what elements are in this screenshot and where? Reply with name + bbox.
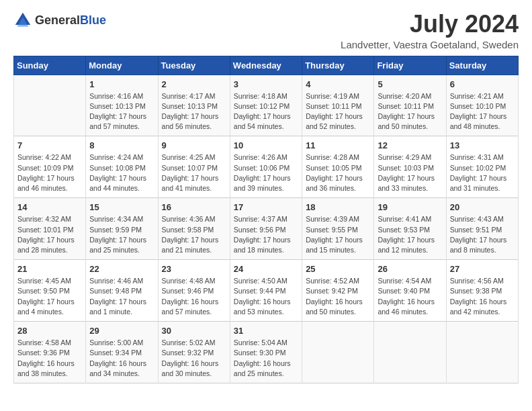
calendar-cell: 17Sunrise: 4:37 AM Sunset: 9:56 PM Dayli…	[230, 198, 302, 260]
calendar-cell: 30Sunrise: 5:02 AM Sunset: 9:32 PM Dayli…	[158, 322, 230, 383]
day-number: 5	[378, 79, 442, 89]
day-number: 31	[234, 326, 298, 336]
calendar-cell: 7Sunrise: 4:22 AM Sunset: 10:09 PM Dayli…	[14, 136, 86, 198]
logo-general: General	[35, 13, 80, 27]
day-number: 24	[234, 264, 298, 274]
day-info: Sunrise: 4:56 AM Sunset: 9:38 PM Dayligh…	[450, 276, 515, 317]
day-number: 15	[89, 202, 154, 212]
calendar-cell: 20Sunrise: 4:43 AM Sunset: 9:51 PM Dayli…	[446, 198, 518, 260]
calendar-cell: 1Sunrise: 4:16 AM Sunset: 10:13 PM Dayli…	[86, 75, 158, 136]
calendar-cell: 19Sunrise: 4:41 AM Sunset: 9:53 PM Dayli…	[374, 198, 446, 260]
day-number: 25	[306, 264, 370, 274]
calendar-cell: 2Sunrise: 4:17 AM Sunset: 10:13 PM Dayli…	[158, 75, 230, 136]
day-info: Sunrise: 4:46 AM Sunset: 9:48 PM Dayligh…	[89, 276, 154, 317]
calendar-cell: 18Sunrise: 4:39 AM Sunset: 9:55 PM Dayli…	[302, 198, 374, 260]
calendar-cell	[14, 75, 86, 136]
day-number: 29	[89, 326, 154, 336]
calendar-cell: 5Sunrise: 4:20 AM Sunset: 10:11 PM Dayli…	[374, 75, 446, 136]
day-info: Sunrise: 4:18 AM Sunset: 10:12 PM Daylig…	[234, 91, 298, 132]
day-info: Sunrise: 4:22 AM Sunset: 10:09 PM Daylig…	[17, 152, 82, 193]
logo-icon	[13, 11, 32, 30]
calendar-cell: 23Sunrise: 4:48 AM Sunset: 9:46 PM Dayli…	[158, 260, 230, 322]
day-number: 28	[17, 326, 82, 336]
calendar-cell: 3Sunrise: 4:18 AM Sunset: 10:12 PM Dayli…	[230, 75, 302, 136]
calendar-cell: 10Sunrise: 4:26 AM Sunset: 10:06 PM Dayl…	[230, 136, 302, 198]
calendar-cell: 16Sunrise: 4:36 AM Sunset: 9:58 PM Dayli…	[158, 198, 230, 260]
logo-blue: Blue	[80, 13, 106, 27]
calendar-cell: 24Sunrise: 4:50 AM Sunset: 9:44 PM Dayli…	[230, 260, 302, 322]
day-info: Sunrise: 4:32 AM Sunset: 10:01 PM Daylig…	[17, 214, 82, 255]
day-info: Sunrise: 4:26 AM Sunset: 10:06 PM Daylig…	[234, 152, 298, 193]
week-row-4: 21Sunrise: 4:45 AM Sunset: 9:50 PM Dayli…	[14, 260, 519, 322]
day-number: 12	[378, 140, 442, 150]
header-monday: Monday	[86, 56, 158, 75]
calendar-cell: 25Sunrise: 4:52 AM Sunset: 9:42 PM Dayli…	[302, 260, 374, 322]
day-info: Sunrise: 4:34 AM Sunset: 9:59 PM Dayligh…	[89, 214, 154, 255]
day-info: Sunrise: 4:24 AM Sunset: 10:08 PM Daylig…	[89, 152, 154, 193]
logo: GeneralBlue	[13, 11, 106, 30]
day-number: 8	[89, 140, 154, 150]
calendar-cell: 21Sunrise: 4:45 AM Sunset: 9:50 PM Dayli…	[14, 260, 86, 322]
day-number: 23	[162, 264, 226, 274]
calendar-cell: 9Sunrise: 4:25 AM Sunset: 10:07 PM Dayli…	[158, 136, 230, 198]
day-info: Sunrise: 4:25 AM Sunset: 10:07 PM Daylig…	[162, 152, 226, 193]
day-number: 19	[378, 202, 442, 212]
day-number: 10	[234, 140, 298, 150]
day-number: 20	[450, 202, 515, 212]
day-info: Sunrise: 4:19 AM Sunset: 10:11 PM Daylig…	[306, 91, 370, 132]
day-number: 4	[306, 79, 370, 89]
day-number: 17	[234, 202, 298, 212]
day-number: 16	[162, 202, 226, 212]
week-row-2: 7Sunrise: 4:22 AM Sunset: 10:09 PM Dayli…	[14, 136, 519, 198]
day-number: 9	[162, 140, 226, 150]
day-info: Sunrise: 4:48 AM Sunset: 9:46 PM Dayligh…	[162, 276, 226, 317]
header-tuesday: Tuesday	[158, 56, 230, 75]
day-info: Sunrise: 5:00 AM Sunset: 9:34 PM Dayligh…	[89, 338, 154, 379]
calendar-title: July 2024	[341, 11, 519, 38]
day-number: 27	[450, 264, 515, 274]
calendar-cell	[374, 322, 446, 383]
calendar-cell: 4Sunrise: 4:19 AM Sunset: 10:11 PM Dayli…	[302, 75, 374, 136]
calendar-cell: 14Sunrise: 4:32 AM Sunset: 10:01 PM Dayl…	[14, 198, 86, 260]
day-number: 14	[17, 202, 82, 212]
week-row-5: 28Sunrise: 4:58 AM Sunset: 9:36 PM Dayli…	[14, 322, 519, 383]
day-info: Sunrise: 4:28 AM Sunset: 10:05 PM Daylig…	[306, 152, 370, 193]
day-info: Sunrise: 4:41 AM Sunset: 9:53 PM Dayligh…	[378, 214, 442, 255]
calendar-cell: 26Sunrise: 4:54 AM Sunset: 9:40 PM Dayli…	[374, 260, 446, 322]
calendar-table: SundayMondayTuesdayWednesdayThursdayFrid…	[13, 56, 519, 383]
page-header: GeneralBlue July 2024 Landvetter, Vaestr…	[13, 11, 519, 50]
day-info: Sunrise: 4:17 AM Sunset: 10:13 PM Daylig…	[162, 91, 226, 132]
day-info: Sunrise: 4:52 AM Sunset: 9:42 PM Dayligh…	[306, 276, 370, 317]
day-number: 2	[162, 79, 226, 89]
day-info: Sunrise: 4:36 AM Sunset: 9:58 PM Dayligh…	[162, 214, 226, 255]
header-saturday: Saturday	[446, 56, 518, 75]
header-wednesday: Wednesday	[230, 56, 302, 75]
calendar-cell: 13Sunrise: 4:31 AM Sunset: 10:02 PM Dayl…	[446, 136, 518, 198]
day-number: 7	[17, 140, 82, 150]
header-friday: Friday	[374, 56, 446, 75]
title-area: July 2024 Landvetter, Vaestra Goetaland,…	[341, 11, 519, 50]
calendar-cell	[446, 322, 518, 383]
header-sunday: Sunday	[14, 56, 86, 75]
day-info: Sunrise: 4:29 AM Sunset: 10:03 PM Daylig…	[378, 152, 442, 193]
day-info: Sunrise: 5:04 AM Sunset: 9:30 PM Dayligh…	[234, 338, 298, 379]
day-number: 1	[89, 79, 154, 89]
day-info: Sunrise: 4:16 AM Sunset: 10:13 PM Daylig…	[89, 91, 154, 132]
calendar-cell: 15Sunrise: 4:34 AM Sunset: 9:59 PM Dayli…	[86, 198, 158, 260]
day-number: 11	[306, 140, 370, 150]
day-info: Sunrise: 4:39 AM Sunset: 9:55 PM Dayligh…	[306, 214, 370, 255]
day-number: 18	[306, 202, 370, 212]
day-info: Sunrise: 4:37 AM Sunset: 9:56 PM Dayligh…	[234, 214, 298, 255]
day-number: 6	[450, 79, 515, 89]
calendar-cell	[302, 322, 374, 383]
day-info: Sunrise: 4:45 AM Sunset: 9:50 PM Dayligh…	[17, 276, 82, 317]
calendar-cell: 11Sunrise: 4:28 AM Sunset: 10:05 PM Dayl…	[302, 136, 374, 198]
header-thursday: Thursday	[302, 56, 374, 75]
day-number: 22	[89, 264, 154, 274]
calendar-cell: 22Sunrise: 4:46 AM Sunset: 9:48 PM Dayli…	[86, 260, 158, 322]
day-number: 21	[17, 264, 82, 274]
day-number: 30	[162, 326, 226, 336]
day-info: Sunrise: 5:02 AM Sunset: 9:32 PM Dayligh…	[162, 338, 226, 379]
day-info: Sunrise: 4:31 AM Sunset: 10:02 PM Daylig…	[450, 152, 515, 193]
day-number: 3	[234, 79, 298, 89]
